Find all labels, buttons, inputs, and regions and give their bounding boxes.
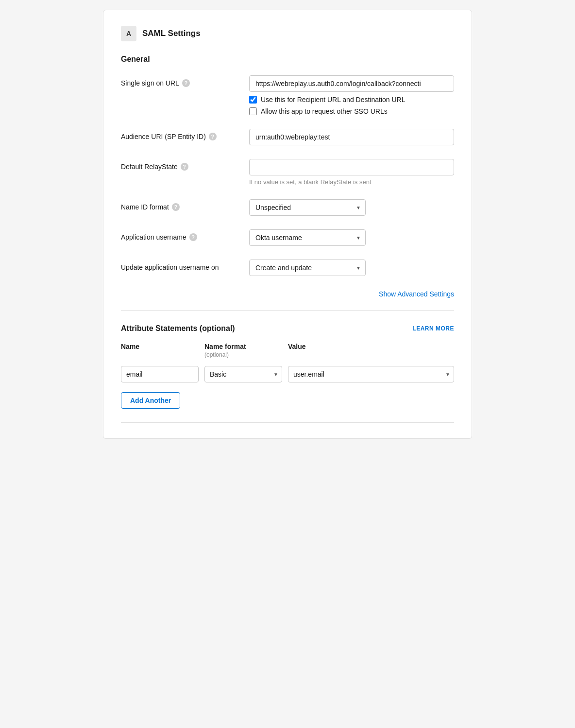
update-username-row: Update application username on Create an…: [121, 260, 454, 276]
show-advanced-settings: Show Advanced Settings: [121, 290, 454, 298]
audience-uri-input[interactable]: [249, 129, 454, 145]
single-sign-on-input[interactable]: [249, 75, 454, 92]
name-id-format-row: Name ID format ? Unspecified EmailAddres…: [121, 199, 454, 216]
relay-state-control: If no value is set, a blank RelayState i…: [249, 159, 454, 186]
relay-state-input[interactable]: [249, 159, 454, 175]
bottom-divider: [121, 422, 454, 423]
update-username-select-wrapper: Create and update Create only: [249, 260, 366, 276]
app-username-select[interactable]: Okta username Email Login Custom: [249, 229, 366, 246]
update-username-control: Create and update Create only: [249, 260, 454, 276]
add-another-button[interactable]: Add Another: [121, 392, 180, 409]
recipient-url-checkbox-row: Use this for Recipient URL and Destinati…: [249, 96, 454, 104]
attr-statements-header: Attribute Statements (optional) LEARN MO…: [121, 324, 454, 333]
general-section-title: General: [121, 55, 454, 64]
col-name-header: Name: [121, 343, 199, 362]
single-sign-on-label: Single sign on URL ?: [121, 75, 237, 87]
attr-statements-title: Attribute Statements (optional): [121, 324, 235, 333]
single-sign-on-row: Single sign on URL ? Use this for Recipi…: [121, 75, 454, 115]
single-sign-on-help-icon[interactable]: ?: [182, 79, 190, 87]
update-username-select[interactable]: Create and update Create only: [249, 260, 366, 276]
single-sign-on-control: Use this for Recipient URL and Destinati…: [249, 75, 454, 115]
name-id-format-label: Name ID format ?: [121, 199, 237, 211]
relay-state-row: Default RelayState ? If no value is set,…: [121, 159, 454, 186]
attr-name-format-select[interactable]: Basic URI Reference Unspecified: [204, 366, 282, 382]
recipient-url-checkbox[interactable]: [249, 96, 257, 104]
name-id-format-select[interactable]: Unspecified EmailAddress X509SubjectName…: [249, 199, 366, 216]
relay-state-hint: If no value is set, a blank RelayState i…: [249, 178, 454, 186]
audience-uri-control: [249, 129, 454, 145]
other-sso-checkbox[interactable]: [249, 107, 257, 115]
name-id-format-select-wrapper: Unspecified EmailAddress X509SubjectName…: [249, 199, 366, 216]
app-username-label: Application username ?: [121, 229, 237, 241]
card-title: SAML Settings: [142, 29, 201, 38]
attr-columns-header: Name Name format (optional) Value: [121, 343, 454, 362]
attribute-row: Basic URI Reference Unspecified user.ema…: [121, 366, 454, 382]
col-name-format-header: Name format (optional): [204, 343, 282, 362]
app-username-control: Okta username Email Login Custom: [249, 229, 454, 246]
recipient-url-label: Use this for Recipient URL and Destinati…: [261, 96, 406, 104]
section-divider: [121, 310, 454, 311]
app-username-help-icon[interactable]: ?: [189, 233, 197, 241]
show-advanced-link[interactable]: Show Advanced Settings: [379, 290, 454, 298]
attr-value-select-wrapper: user.email user.login user.firstName use…: [288, 366, 454, 382]
learn-more-link[interactable]: LEARN MORE: [412, 325, 454, 332]
attribute-statements-section: Attribute Statements (optional) LEARN MO…: [121, 324, 454, 409]
audience-uri-label: Audience URI (SP Entity ID) ?: [121, 129, 237, 140]
col-value-header: Value: [288, 343, 454, 362]
saml-settings-card: A SAML Settings General Single sign on U…: [103, 10, 472, 439]
update-username-label: Update application username on: [121, 260, 237, 271]
app-username-select-wrapper: Okta username Email Login Custom: [249, 229, 366, 246]
audience-uri-row: Audience URI (SP Entity ID) ?: [121, 129, 454, 145]
app-badge: A: [121, 26, 136, 41]
other-sso-checkbox-row: Allow this app to request other SSO URLs: [249, 107, 454, 115]
audience-uri-help-icon[interactable]: ?: [209, 133, 217, 140]
relay-state-help-icon[interactable]: ?: [181, 163, 188, 171]
relay-state-label: Default RelayState ?: [121, 159, 237, 171]
attr-name-format-select-wrapper: Basic URI Reference Unspecified: [204, 366, 282, 382]
card-header: A SAML Settings: [121, 26, 454, 41]
attr-name-input[interactable]: [121, 366, 199, 382]
name-id-format-help-icon[interactable]: ?: [172, 203, 180, 211]
app-username-row: Application username ? Okta username Ema…: [121, 229, 454, 246]
other-sso-label: Allow this app to request other SSO URLs: [261, 107, 388, 115]
name-id-format-control: Unspecified EmailAddress X509SubjectName…: [249, 199, 454, 216]
general-section: General Single sign on URL ? Use this fo…: [121, 55, 454, 298]
attr-value-select[interactable]: user.email user.login user.firstName use…: [288, 366, 454, 382]
